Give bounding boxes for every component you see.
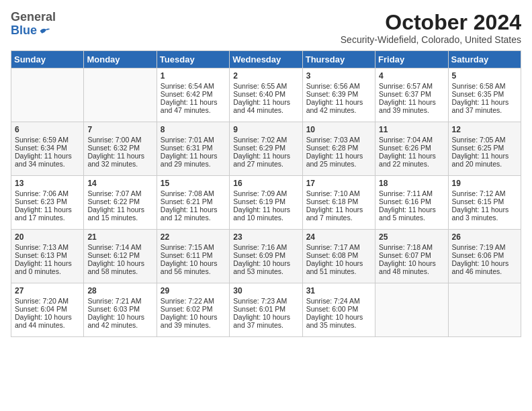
daylight-text: Daylight: 11 hours and 44 minutes.	[233, 98, 298, 114]
daylight-text: Daylight: 10 hours and 56 minutes.	[161, 259, 226, 275]
calendar-cell: 26Sunrise: 7:19 AMSunset: 6:06 PMDayligh…	[448, 230, 521, 283]
calendar-cell: 2Sunrise: 6:55 AMSunset: 6:40 PMDaylight…	[230, 68, 302, 122]
day-number: 6	[15, 125, 80, 134]
day-number: 1	[161, 71, 226, 81]
daylight-text: Daylight: 10 hours and 37 minutes.	[233, 313, 298, 329]
sunset-text: Sunset: 6:06 PM	[452, 251, 517, 259]
day-number: 27	[15, 286, 80, 295]
calendar-cell: 9Sunrise: 7:02 AMSunset: 6:29 PMDaylight…	[230, 122, 302, 176]
calendar-body: 1Sunrise: 6:54 AMSunset: 6:42 PMDaylight…	[11, 68, 521, 337]
sunrise-text: Sunrise: 7:06 AM	[15, 189, 80, 197]
sunset-text: Sunset: 6:04 PM	[15, 305, 80, 313]
page-header: General Blue October 2024 Security-Widef…	[11, 11, 521, 45]
sunset-text: Sunset: 6:32 PM	[87, 144, 152, 152]
sunrise-text: Sunrise: 6:59 AM	[15, 136, 80, 144]
daylight-text: Daylight: 11 hours and 15 minutes.	[87, 205, 152, 222]
daylight-text: Daylight: 11 hours and 7 minutes.	[306, 205, 371, 222]
daylight-text: Daylight: 10 hours and 44 minutes.	[15, 313, 80, 329]
sunrise-text: Sunrise: 7:04 AM	[379, 136, 444, 144]
sunset-text: Sunset: 6:19 PM	[233, 197, 298, 205]
sunset-text: Sunset: 6:29 PM	[233, 144, 298, 152]
sunrise-text: Sunrise: 7:14 AM	[87, 243, 152, 251]
sunset-text: Sunset: 6:35 PM	[452, 90, 517, 98]
day-number: 20	[15, 232, 80, 242]
month-title: October 2024	[341, 11, 521, 34]
sunset-text: Sunset: 6:23 PM	[15, 197, 80, 205]
daylight-text: Daylight: 10 hours and 39 minutes.	[161, 313, 226, 329]
calendar-week-row: 20Sunrise: 7:13 AMSunset: 6:13 PMDayligh…	[11, 230, 521, 283]
daylight-text: Daylight: 11 hours and 25 minutes.	[306, 152, 371, 168]
calendar-cell: 29Sunrise: 7:22 AMSunset: 6:02 PMDayligh…	[157, 283, 229, 337]
sunset-text: Sunset: 6:13 PM	[15, 251, 80, 259]
daylight-text: Daylight: 11 hours and 39 minutes.	[379, 98, 444, 114]
sunrise-text: Sunrise: 6:54 AM	[161, 82, 226, 90]
sunset-text: Sunset: 6:00 PM	[306, 305, 371, 313]
sunset-text: Sunset: 6:25 PM	[452, 144, 517, 152]
sunset-text: Sunset: 6:11 PM	[161, 251, 226, 259]
calendar-cell: 19Sunrise: 7:12 AMSunset: 6:15 PMDayligh…	[448, 176, 521, 230]
calendar-cell	[375, 283, 448, 337]
calendar-cell: 6Sunrise: 6:59 AMSunset: 6:34 PMDaylight…	[11, 122, 84, 176]
calendar-cell: 22Sunrise: 7:15 AMSunset: 6:11 PMDayligh…	[157, 230, 229, 283]
calendar-cell: 31Sunrise: 7:24 AMSunset: 6:00 PMDayligh…	[302, 283, 375, 337]
day-number: 9	[233, 125, 298, 134]
sunset-text: Sunset: 6:15 PM	[452, 197, 517, 205]
col-wednesday: Wednesday	[230, 51, 302, 68]
calendar-cell: 20Sunrise: 7:13 AMSunset: 6:13 PMDayligh…	[11, 230, 84, 283]
sunset-text: Sunset: 6:01 PM	[233, 305, 298, 313]
day-number: 13	[15, 179, 80, 188]
sunset-text: Sunset: 6:18 PM	[306, 197, 371, 205]
day-number: 23	[233, 232, 298, 242]
sunrise-text: Sunrise: 7:22 AM	[161, 297, 226, 305]
calendar-week-row: 27Sunrise: 7:20 AMSunset: 6:04 PMDayligh…	[11, 283, 521, 337]
daylight-text: Daylight: 11 hours and 27 minutes.	[233, 152, 298, 168]
sunset-text: Sunset: 6:31 PM	[161, 144, 226, 152]
daylight-text: Daylight: 11 hours and 32 minutes.	[87, 152, 152, 168]
logo-blue: Blue	[11, 24, 56, 38]
col-monday: Monday	[84, 51, 157, 68]
calendar-cell: 15Sunrise: 7:08 AMSunset: 6:21 PMDayligh…	[157, 176, 229, 230]
day-number: 31	[306, 286, 371, 295]
daylight-text: Daylight: 11 hours and 29 minutes.	[161, 152, 226, 168]
calendar-week-row: 6Sunrise: 6:59 AMSunset: 6:34 PMDaylight…	[11, 122, 521, 176]
sunrise-text: Sunrise: 7:17 AM	[306, 243, 371, 251]
sunset-text: Sunset: 6:21 PM	[161, 197, 226, 205]
day-number: 21	[87, 232, 152, 242]
calendar-cell: 8Sunrise: 7:01 AMSunset: 6:31 PMDaylight…	[157, 122, 229, 176]
sunrise-text: Sunrise: 7:09 AM	[233, 189, 298, 197]
day-number: 11	[379, 125, 444, 134]
day-number: 30	[233, 286, 298, 295]
daylight-text: Daylight: 11 hours and 3 minutes.	[452, 205, 517, 222]
calendar-cell	[11, 68, 84, 122]
sunrise-text: Sunrise: 7:10 AM	[306, 189, 371, 197]
calendar-cell: 25Sunrise: 7:18 AMSunset: 6:07 PMDayligh…	[375, 230, 448, 283]
sunrise-text: Sunrise: 7:18 AM	[379, 243, 444, 251]
sunset-text: Sunset: 6:39 PM	[306, 90, 371, 98]
sunset-text: Sunset: 6:34 PM	[15, 144, 80, 152]
sunset-text: Sunset: 6:26 PM	[379, 144, 444, 152]
col-friday: Friday	[375, 51, 448, 68]
day-number: 10	[306, 125, 371, 134]
daylight-text: Daylight: 11 hours and 42 minutes.	[306, 98, 371, 114]
day-number: 12	[452, 125, 517, 134]
sunrise-text: Sunrise: 6:57 AM	[379, 82, 444, 90]
sunrise-text: Sunrise: 7:02 AM	[233, 136, 298, 144]
location: Security-Widefield, Colorado, United Sta…	[341, 34, 521, 45]
daylight-text: Daylight: 10 hours and 42 minutes.	[87, 313, 152, 329]
sunset-text: Sunset: 6:07 PM	[379, 251, 444, 259]
sunrise-text: Sunrise: 7:15 AM	[161, 243, 226, 251]
sunrise-text: Sunrise: 7:16 AM	[233, 243, 298, 251]
daylight-text: Daylight: 10 hours and 46 minutes.	[452, 259, 517, 275]
col-sunday: Sunday	[11, 51, 84, 68]
sunrise-text: Sunrise: 6:58 AM	[452, 82, 517, 90]
col-saturday: Saturday	[448, 51, 521, 68]
calendar-cell	[448, 283, 521, 337]
calendar-cell: 27Sunrise: 7:20 AMSunset: 6:04 PMDayligh…	[11, 283, 84, 337]
title-block: October 2024 Security-Widefield, Colorad…	[341, 11, 521, 45]
day-number: 19	[452, 179, 517, 188]
logo: General Blue	[11, 11, 56, 38]
calendar-week-row: 1Sunrise: 6:54 AMSunset: 6:42 PMDaylight…	[11, 68, 521, 122]
sunrise-text: Sunrise: 6:56 AM	[306, 82, 371, 90]
sunrise-text: Sunrise: 7:05 AM	[452, 136, 517, 144]
sunrise-text: Sunrise: 7:13 AM	[15, 243, 80, 251]
